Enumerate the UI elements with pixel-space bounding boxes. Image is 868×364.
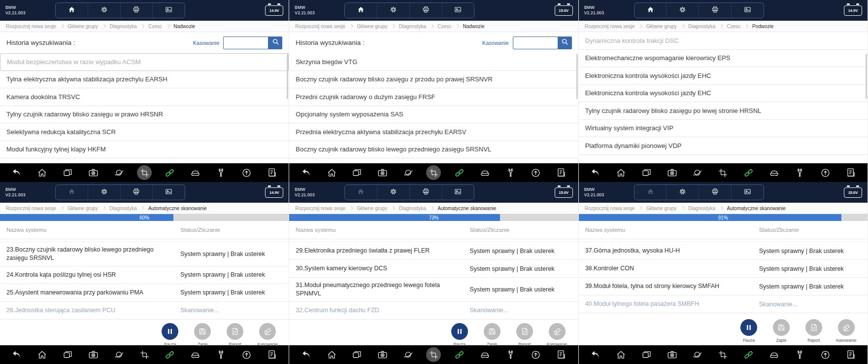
system-list-item[interactable]: Tylny czujnik radarowy blisko zasięgu po… [579,102,868,120]
system-list-item[interactable]: Dynamiczna kontrola trakcji DSC [579,32,868,50]
report-icon[interactable] [263,165,281,181]
scan-result-row[interactable]: 29.Elektronika przedniego światła z praw… [289,242,578,260]
recent-apps-icon[interactable] [59,347,77,363]
scan-result-row[interactable]: 23.Boczny czujnik radarowy blisko lewego… [0,242,289,266]
print-nav-button[interactable] [410,185,442,200]
search-input[interactable] [223,36,268,49]
breadcrumb-item[interactable]: Nadwozie [463,24,485,29]
home-icon[interactable] [33,165,52,181]
report-icon[interactable] [552,165,571,181]
home-nav-button[interactable] [634,185,667,200]
screenshot-icon[interactable] [84,347,102,363]
clean-icon[interactable] [109,347,128,363]
breadcrumb-item[interactable]: Diagnostyka [109,206,148,211]
settings-nav-button[interactable] [667,185,699,200]
scan-result-row[interactable]: 24.Kontrola kąta poślizgu tylnej osi HSR… [0,266,289,284]
system-list-item[interactable]: Moduł bezpieczeństwa w razie wypadku ACS… [0,53,289,71]
gallery-nav-button[interactable] [153,185,185,200]
settings-nav-button[interactable] [377,3,410,18]
crop-icon[interactable] [714,347,733,363]
system-list-item[interactable]: Tylny czujnik radarowy blisko zasięgu w … [0,106,289,124]
clean-icon[interactable] [399,165,418,181]
update-icon[interactable] [527,347,545,363]
breadcrumb-item[interactable]: Rozpocznij nowa sesje [6,24,67,29]
back-icon[interactable] [586,347,605,363]
tools-icon[interactable] [212,347,231,363]
breadcrumb-item[interactable]: Automatyczne skanowanie [727,206,786,211]
search-input[interactable] [513,36,558,49]
print-nav-button[interactable] [699,185,732,200]
back-icon[interactable] [7,347,26,363]
home-icon[interactable] [33,347,52,363]
gallery-nav-button[interactable] [153,3,185,18]
scan-result-row[interactable]: 39.Moduł fotela, tylna od strony kierowc… [579,278,868,295]
vehicle-icon[interactable] [765,347,783,363]
search-button[interactable] [558,36,572,49]
system-list-item[interactable]: Platforma dynamiki pionowej VDP [579,137,868,155]
save-button[interactable]: Zapis [189,323,216,347]
breadcrumb-item[interactable]: Diagnostyka [399,206,438,211]
system-list-item[interactable]: Kamera dookólna TRSVC [0,88,289,106]
scrollbar[interactable] [576,54,578,99]
back-icon[interactable] [297,347,315,363]
system-list-item[interactable]: Boczny czujnik radarowy blisko zasięgu z… [289,71,578,89]
recent-apps-icon[interactable] [348,347,367,363]
home-nav-button[interactable] [345,3,377,18]
breadcrumb-item[interactable]: Rozpocznij nowa sesje [585,206,646,211]
clean-icon[interactable] [109,165,128,181]
print-nav-button[interactable] [410,3,442,18]
gallery-nav-button[interactable] [442,3,474,18]
home-icon[interactable] [322,165,341,181]
update-icon[interactable] [237,165,256,181]
breadcrumb-item[interactable]: Podwozie [752,24,773,29]
print-nav-button[interactable] [121,185,153,200]
scan-result-row[interactable]: 26.Jednostka sterująca zasilaniem PCU Sk… [0,302,289,320]
erase-button[interactable]: Kasowanie [254,323,281,347]
breadcrumb-item[interactable]: Diagnostyka [688,206,727,211]
report-button[interactable]: Raport [801,319,827,343]
vehicle-icon[interactable] [475,347,494,363]
settings-nav-button[interactable] [88,185,121,200]
scan-result-row[interactable]: 30.System kamery kierowcy DCS System spr… [289,260,578,278]
clean-icon[interactable] [399,347,418,363]
pause-button[interactable]: Pauza [157,323,183,347]
vehicle-icon[interactable] [186,165,205,181]
system-list-item[interactable]: Elektroniczna kontrola wysokości jazdy E… [579,67,868,85]
scan-result-row[interactable]: 31.Moduł pneumatycznego przedniego leweg… [289,278,578,302]
tools-icon[interactable] [501,347,520,363]
link-icon[interactable] [739,347,758,363]
crop-icon[interactable] [714,165,733,181]
screenshot-icon[interactable] [663,165,681,181]
system-list-item[interactable]: Tylna elektryczna aktywna stabilizacja p… [0,71,289,89]
breadcrumb-item[interactable]: Automatyczne skanowanie [148,206,207,211]
tools-icon[interactable] [501,165,520,181]
gallery-nav-button[interactable] [732,185,764,200]
scan-result-row[interactable]: 38.Kontroler CON System sprawny | Brak u… [579,260,868,278]
breadcrumb-item[interactable]: Rozpocznij nowa sesje [585,24,646,29]
home-icon[interactable] [322,347,341,363]
recent-apps-icon[interactable] [637,165,656,181]
home-icon[interactable] [611,165,630,181]
system-list-item[interactable]: Boczny czujnik radarowy blisko lewego pr… [289,141,578,159]
link-icon[interactable] [161,165,179,181]
breadcrumb-item[interactable]: Diagnostyka [399,24,438,29]
print-nav-button[interactable] [121,3,153,18]
system-list-item[interactable]: Moduł funkcyjny tylnej klapy HKFM [0,141,289,159]
report-button[interactable]: Raport [222,323,248,347]
home-icon[interactable] [611,347,630,363]
breadcrumb-item[interactable]: Rozpocznij nowa sesje [6,206,67,211]
system-list-item[interactable]: Elektroniczna kontrola wysokości jazdy E… [579,85,868,103]
report-icon[interactable] [841,165,860,181]
breadcrumb-item[interactable]: Czesc [437,24,463,29]
vehicle-icon[interactable] [765,165,783,181]
scrollbar[interactable] [866,54,867,99]
recent-apps-icon[interactable] [637,347,656,363]
gallery-nav-button[interactable] [732,3,764,18]
breadcrumb-item[interactable]: Rozpocznij nowa sesje [295,24,357,29]
link-icon[interactable] [450,347,468,363]
back-icon[interactable] [297,165,315,181]
pause-button[interactable]: Pauza [735,319,762,343]
link-icon[interactable] [450,165,468,181]
save-button[interactable]: Zapis [768,319,795,343]
gallery-nav-button[interactable] [442,185,474,200]
